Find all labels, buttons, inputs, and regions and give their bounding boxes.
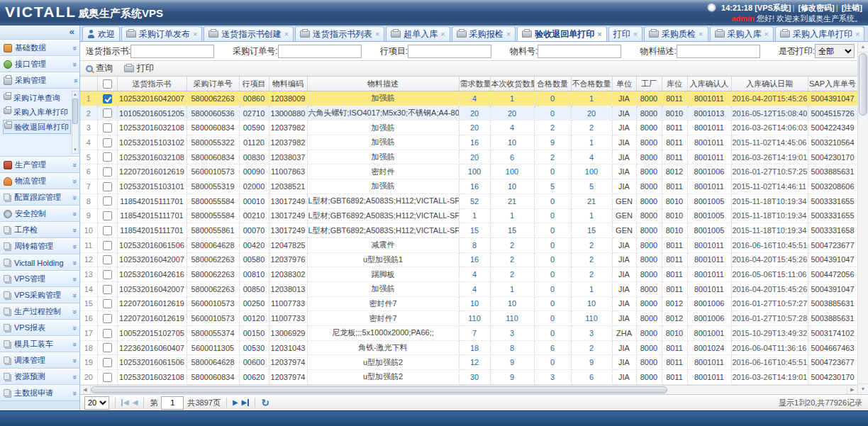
column-header-material_desc[interactable]: 物料描述 (307, 77, 459, 91)
row-checkbox[interactable] (103, 285, 112, 294)
tab-4[interactable]: 超单入库× (386, 26, 450, 41)
page-number-input[interactable] (161, 396, 184, 410)
prev-page-button[interactable]: ◀ (133, 399, 138, 406)
row-checkbox[interactable] (103, 108, 112, 118)
vscroll-thumb[interactable] (859, 53, 867, 116)
column-header-material_code[interactable]: 物料编码 (269, 77, 307, 91)
row-checkbox[interactable] (103, 152, 112, 162)
scroll-left-icon[interactable]: ◀ (80, 386, 91, 394)
row-checkbox[interactable] (103, 329, 112, 338)
sidebar-group-12[interactable]: 生产过程控制» (0, 303, 79, 320)
submenu-scrollbar[interactable]: ▲▼ (72, 91, 79, 154)
table-row[interactable]: 1512207201601261956000105730025011007733… (80, 296, 857, 311)
table-row[interactable]: 1410253201604200758000622630085012038013… (80, 281, 857, 296)
sidebar-group-10[interactable]: VPS管理» (0, 271, 79, 287)
column-header-unqualified_qty[interactable]: 不合格数量 (571, 77, 612, 91)
table-row[interactable]: 612207201601261956000105730009011007863密… (80, 164, 857, 179)
row-checkbox[interactable] (103, 182, 112, 191)
filter-input-3[interactable] (538, 45, 621, 58)
horizontal-scrollbar[interactable]: ◀ ▶ (80, 385, 857, 394)
table-row[interactable]: 1812236201606040756000113050053012031043… (80, 340, 857, 355)
filter-input-0[interactable] (130, 45, 214, 58)
sidebar-item-1[interactable]: 采购入库单打印 (3, 106, 71, 118)
hscroll-thumb[interactable] (91, 386, 667, 393)
tab-0[interactable]: 欢迎 (82, 26, 120, 41)
tab-3[interactable]: 送货指示书列表× (295, 26, 384, 41)
sidebar-group-13[interactable]: VPS报表» (0, 320, 79, 336)
row-checkbox[interactable] (103, 241, 112, 250)
tab-close-icon[interactable]: × (699, 30, 703, 38)
table-row[interactable]: 710253201510310158000553190200012038521加… (80, 179, 857, 194)
first-page-button[interactable]: ◀ (121, 399, 129, 406)
query-button[interactable]: 查询 (86, 62, 113, 74)
link-vps-system[interactable]: [VPS系统] (755, 4, 791, 12)
scroll-right-icon[interactable]: ▶ (847, 386, 857, 394)
table-row[interactable]: 210105201605120558000605360271013000880六… (80, 106, 857, 120)
refresh-icon[interactable]: ↻ (261, 398, 269, 408)
last-page-button[interactable]: ▶ (242, 399, 250, 406)
tab-9[interactable]: 采购入库× (710, 26, 774, 41)
print-filter-select[interactable]: 全部 (815, 44, 855, 58)
table-row[interactable]: 1110253201606150658000646280042012047825… (80, 237, 857, 252)
link-change-password[interactable]: [修改密码] (798, 4, 834, 12)
row-checkbox[interactable] (103, 123, 112, 133)
row-checkbox[interactable] (103, 94, 112, 103)
row-checkbox[interactable] (103, 211, 112, 220)
table-row[interactable]: 410253201510310258000553220112012037982加… (80, 135, 857, 150)
page-size-select[interactable]: 20 (84, 396, 109, 410)
vertical-scrollbar[interactable]: ▲ ▼ (857, 42, 868, 394)
tab-close-icon[interactable]: × (633, 30, 638, 38)
tab-close-icon[interactable]: × (193, 30, 197, 38)
sidebar-group-9[interactable]: Victall Holding» (0, 254, 79, 271)
scroll-up-icon[interactable]: ▲ (73, 91, 77, 98)
sidebar-group-16[interactable]: 资源预测» (0, 369, 79, 385)
tab-10[interactable]: 采购入库单打印× (775, 26, 864, 41)
sidebar-group-7[interactable]: 工序检» (0, 222, 79, 238)
sidebar-group-15[interactable]: 调漆管理» (0, 352, 79, 369)
table-row[interactable]: 1310253201604261658000622630081012038302… (80, 267, 857, 282)
column-header-unit[interactable]: 单位 (612, 77, 636, 91)
sidebar-group-3[interactable]: 生产管理» (0, 157, 79, 173)
sidebar-group-0[interactable]: 基础数据» (0, 40, 79, 56)
tab-2[interactable]: 送货指示书创建× (204, 26, 293, 41)
column-header-storage_loc[interactable]: 库位 (662, 77, 687, 91)
row-checkbox[interactable] (103, 196, 112, 206)
sidebar-group-4[interactable]: 物流管理» (0, 173, 79, 189)
row-checkbox[interactable] (103, 226, 112, 235)
table-row[interactable]: 1612207201601261956000105730012011007733… (80, 311, 857, 326)
sidebar-group-8[interactable]: 周转箱管理» (0, 238, 79, 254)
sidebar-group-14[interactable]: 模具工装车» (0, 336, 79, 352)
select-all-checkbox[interactable] (103, 79, 112, 89)
tab-close-icon[interactable]: × (855, 30, 859, 38)
sidebar-group-17[interactable]: 主数据申请» (0, 385, 79, 401)
table-row[interactable]: 110253201604200758000622630086012038009加… (80, 91, 857, 106)
row-checkbox[interactable] (103, 138, 112, 147)
row-checkbox[interactable] (103, 343, 112, 352)
tab-close-icon[interactable]: × (284, 30, 288, 38)
row-checkbox[interactable] (103, 373, 112, 382)
tab-1[interactable]: 采购订单发布× (121, 26, 202, 41)
table-row[interactable]: 310253201603210858000608340059012037982加… (80, 120, 857, 135)
tab-close-icon[interactable]: × (506, 30, 511, 38)
table-row[interactable]: 1011854201511170158000558610007013017249… (80, 223, 857, 238)
submenu-scroll-thumb[interactable] (72, 99, 78, 124)
table-row[interactable]: 911854201511170158000555840021013017249L… (80, 208, 857, 223)
tab-6[interactable]: 验收退回单打印× (517, 26, 606, 41)
scroll-down-icon[interactable]: ▼ (858, 383, 868, 394)
scroll-up-icon[interactable]: ▲ (858, 42, 868, 52)
column-header-po_no[interactable]: 采购订单号 (187, 77, 239, 91)
sidebar-group-5[interactable]: 配置跟踪管理» (0, 189, 79, 206)
column-header-plant[interactable]: 工厂 (636, 77, 662, 91)
table-row[interactable]: 2010253201603210858000608340062012037974… (80, 370, 857, 385)
column-header-delivery_no[interactable]: 送货指示书 (117, 77, 187, 91)
tab-7[interactable]: 打印× (608, 26, 642, 41)
table-row[interactable]: 811854201511170158000555840001013017249L… (80, 194, 857, 208)
sidebar-item-2[interactable]: 验收退回单打印 (3, 120, 71, 134)
column-header-confirm_date[interactable]: 入库确认日期 (731, 77, 808, 91)
row-checkbox[interactable] (103, 358, 112, 367)
sidebar-group-11[interactable]: VPS采购管理» (0, 287, 79, 303)
row-checkbox[interactable] (103, 314, 112, 323)
tab-5[interactable]: 采购报检× (452, 26, 516, 41)
column-header-received_qty[interactable]: 本次收货数量 (490, 77, 534, 91)
table-row[interactable]: 1210253201604200758000622630058012037976… (80, 252, 857, 267)
